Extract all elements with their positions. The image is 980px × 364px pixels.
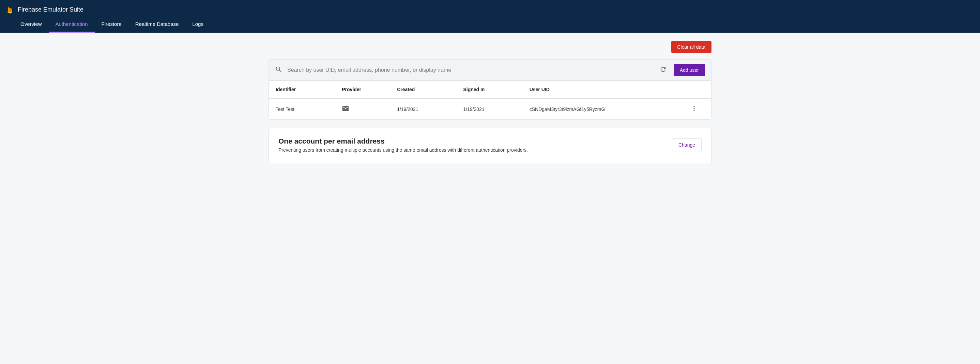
- refresh-button[interactable]: [657, 63, 669, 76]
- users-card: Add user Identifier Provider Created Sig…: [269, 59, 711, 120]
- top-actions: Clear all data: [269, 41, 711, 53]
- search-icon: [275, 66, 283, 74]
- col-identifier: Identifier: [276, 87, 342, 92]
- add-user-button[interactable]: Add user: [674, 64, 705, 76]
- search-input[interactable]: [287, 67, 652, 73]
- change-button[interactable]: Change: [672, 138, 702, 151]
- cell-signed-in: 1/19/2021: [463, 106, 529, 112]
- main-content: Clear all data Add user Identifier Provi…: [255, 33, 725, 180]
- app-title: Firebase Emulator Suite: [18, 6, 83, 13]
- tab-overview[interactable]: Overview: [14, 16, 49, 33]
- cell-provider: [342, 105, 397, 113]
- email-icon: [342, 108, 349, 113]
- cell-user-uid: cSNDgaM3tyr3t9lzmAGf1y5RyzmG: [530, 106, 684, 112]
- firebase-logo-icon: [6, 5, 14, 14]
- cell-created: 1/19/2021: [397, 106, 463, 112]
- search-bar: Add user: [269, 60, 711, 80]
- account-settings-card: One account per email address Preventing…: [269, 128, 711, 164]
- settings-text: One account per email address Preventing…: [278, 137, 528, 153]
- row-overflow-menu-button[interactable]: [684, 105, 704, 113]
- col-user-uid: User UID: [530, 87, 684, 92]
- more-vert-icon: [691, 105, 697, 113]
- col-signed-in: Signed In: [463, 87, 529, 92]
- users-table: Identifier Provider Created Signed In Us…: [269, 80, 711, 119]
- tab-authentication[interactable]: Authentication: [49, 16, 95, 33]
- cell-identifier: Test Test: [276, 106, 342, 112]
- header-top: Firebase Emulator Suite: [0, 0, 980, 16]
- settings-title: One account per email address: [278, 137, 528, 145]
- svg-point-1: [694, 108, 694, 109]
- table-row: Test Test 1/19/2021 1/19/2021 cSNDgaM3ty…: [269, 99, 711, 119]
- svg-point-2: [694, 110, 694, 111]
- nav-tabs: Overview Authentication Firestore Realti…: [0, 16, 980, 33]
- tab-realtime-database[interactable]: Realtime Database: [129, 16, 186, 33]
- tab-logs[interactable]: Logs: [185, 16, 210, 33]
- col-created: Created: [397, 87, 463, 92]
- refresh-icon: [659, 66, 667, 74]
- app-header: Firebase Emulator Suite Overview Authent…: [0, 0, 980, 33]
- tab-firestore[interactable]: Firestore: [95, 16, 129, 33]
- col-provider: Provider: [342, 87, 397, 92]
- clear-all-data-button[interactable]: Clear all data: [671, 41, 712, 53]
- table-header-row: Identifier Provider Created Signed In Us…: [269, 80, 711, 99]
- svg-point-0: [694, 106, 694, 107]
- settings-description: Preventing users from creating multiple …: [278, 147, 528, 153]
